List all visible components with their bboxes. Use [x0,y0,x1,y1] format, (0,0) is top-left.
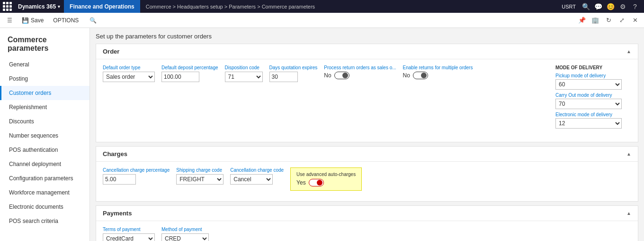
content: Set up the parameters for customer order… [90,28,644,241]
toolbar-search-button[interactable]: 🔍 [87,15,98,26]
select-default-order-type[interactable]: Sales order Quote [103,72,155,82]
select-electronic-mode[interactable]: 12 [555,118,622,129]
field-enable-returns: Enable returns for multiple orders No [403,65,473,79]
help-icon[interactable]: ? [630,1,640,12]
field-default-order-type: Default order type Sales order Quote [103,65,155,82]
section-payments: Payments ▲ Terms of payment CreditCard [96,205,638,241]
dynamics-chevron-icon: ▾ [58,4,60,9]
mode-of-delivery: MODE OF DELIVERY Pickup mode of delivery… [555,65,631,131]
section-payments-chevron: ▲ [626,211,631,216]
toolbar: ☰ 💾 Save OPTIONS 🔍 📌 🏢 ↻ ⤢ ✕ [0,13,644,28]
sidebar-item-posting[interactable]: Posting [0,72,89,86]
toggle-use-advanced[interactable] [309,179,324,186]
field-default-deposit: Default deposit percentage [161,65,218,82]
sidebar-item-number-sequences[interactable]: Number sequences [0,129,89,143]
label-default-deposit: Default deposit percentage [161,65,218,70]
content-inner: Set up the parameters for customer order… [90,28,644,241]
label-use-advanced: Use advanced auto-charges [296,172,356,177]
content-subtitle: Set up the parameters for customer order… [96,28,638,44]
field-disposition-code: Disposition code 71 [225,65,263,82]
sidebar-item-replenishment[interactable]: Replenishment [0,100,89,114]
section-payments-body: Terms of payment CreditCard Method of pa… [96,221,638,241]
input-cancellation-pct[interactable] [103,174,136,185]
sidebar-item-general[interactable]: General [0,57,89,72]
refresh-icon[interactable]: ↻ [603,15,614,26]
sidebar-item-pos-authentication[interactable]: POS authentication [0,143,89,157]
input-default-deposit[interactable] [161,72,199,82]
office-icon[interactable]: 🏢 [590,15,600,26]
section-charges-body: Cancellation charge percentage Shipping … [96,162,638,201]
label-default-order-type: Default order type [103,65,155,70]
label-carryout-mode: Carry Out mode of delivery [555,93,631,98]
select-pickup-mode[interactable]: 60 [555,79,622,90]
section-charges-header[interactable]: Charges ▲ [96,147,638,162]
label-shipping-charge: Shipping charge code [176,167,224,173]
select-terms-payment[interactable]: CreditCard [103,233,155,241]
sidebar-item-channel-deployment[interactable]: Channel deployment [0,157,89,171]
dynamics-label: Dynamics 365 [18,3,56,10]
label-electronic-mode: Electronic mode of delivery [555,112,631,117]
section-order-body: Default order type Sales order Quote Def… [96,59,638,142]
mode-delivery-title: MODE OF DELIVERY [555,65,631,70]
waffle-button[interactable] [0,0,14,13]
toggle-process-return-wrapper: No [324,72,396,79]
top-bar-right: USRT 🔍 💬 😊 ⚙ ? [559,1,644,12]
select-carryout-mode[interactable]: 70 [555,99,622,109]
field-terms-payment: Terms of payment CreditCard [103,227,155,241]
pickup-mode-row: Pickup mode of delivery 60 [555,73,631,90]
section-charges: Charges ▲ Cancellation charge percentage… [96,146,638,202]
sidebar: Commerce parameters General Posting Cust… [0,28,90,241]
section-order-title: Order [103,48,119,55]
toggle-enable-returns-wrapper: No [403,72,473,79]
label-enable-returns: Enable returns for multiple orders [403,65,473,70]
select-cancellation-charge[interactable]: Cancel [230,174,273,185]
options-button[interactable]: OPTIONS [50,16,81,25]
expand-icon[interactable]: ⤢ [617,15,627,26]
section-order-header[interactable]: Order ▲ [96,44,638,59]
sidebar-item-pos-search-criteria[interactable]: POS search criteria [0,214,89,228]
top-bar: Dynamics 365 ▾ Finance and Operations Co… [0,0,644,13]
sidebar-item-discounts[interactable]: Discounts [0,114,89,129]
dynamics-brand: Dynamics 365 ▾ [14,0,64,13]
chat-icon[interactable]: 💬 [593,1,603,12]
label-cancellation-charge: Cancellation charge code [230,167,284,173]
hamburger-button[interactable]: ☰ [4,15,15,26]
face-icon[interactable]: 😊 [605,1,616,12]
select-shipping-charge[interactable]: FREIGHT [176,174,224,185]
order-fields-row: Default order type Sales order Quote Def… [103,65,631,131]
select-method-payment[interactable]: CRED [161,233,209,241]
section-order: Order ▲ Default order type Sales order Q… [96,44,638,142]
use-advanced-value: Yes [296,179,306,186]
settings-icon[interactable]: ⚙ [617,1,628,12]
save-icon: 💾 [22,17,29,24]
section-payments-title: Payments [103,210,132,217]
input-days-quotation[interactable] [269,72,298,82]
toggle-use-advanced-thumb [317,180,322,185]
sidebar-item-workforce-management[interactable]: Workforce management [0,185,89,200]
sidebar-item-customer-orders[interactable]: Customer orders [0,86,89,100]
main-layout: Commerce parameters General Posting Cust… [0,28,644,241]
field-process-return: Process return orders as sales o... No [324,65,396,79]
toolbar-right-actions: 📌 🏢 ↻ ⤢ ✕ [577,15,640,26]
toggle-process-return[interactable] [334,72,349,79]
field-shipping-charge: Shipping charge code FREIGHT [176,167,224,185]
close-icon[interactable]: ✕ [630,15,640,26]
field-cancellation-charge: Cancellation charge code Cancel [230,167,284,185]
user-label[interactable]: USRT [559,4,579,9]
search-top-icon[interactable]: 🔍 [581,1,591,12]
toggle-enable-returns[interactable] [413,72,428,79]
toggle-enable-returns-thumb [421,73,427,78]
section-charges-title: Charges [103,150,127,158]
payments-fields-row: Terms of payment CreditCard Method of pa… [103,227,631,241]
field-cancellation-pct: Cancellation charge percentage [103,167,170,185]
sidebar-item-configuration-parameters[interactable]: Configuration parameters [0,171,89,185]
select-disposition-code[interactable]: 71 [225,72,263,82]
fo-label: Finance and Operations [64,0,140,13]
carryout-mode-row: Carry Out mode of delivery 70 [555,93,631,109]
sidebar-item-electronic-documents[interactable]: Electronic documents [0,200,89,214]
pin-icon[interactable]: 📌 [577,15,587,26]
save-button[interactable]: 💾 Save [19,16,46,25]
section-order-chevron: ▲ [626,49,631,54]
field-days-quotation: Days quotation expires [269,65,318,82]
section-payments-header[interactable]: Payments ▲ [96,206,638,221]
